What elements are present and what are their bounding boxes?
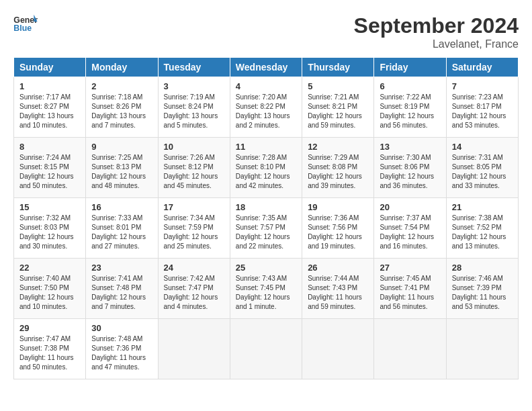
calendar-cell: 14Sunrise: 7:31 AMSunset: 8:05 PMDayligh…	[446, 138, 518, 198]
calendar-week-row: 15Sunrise: 7:32 AMSunset: 8:03 PMDayligh…	[14, 198, 519, 259]
calendar-table: SundayMondayTuesdayWednesdayThursdayFrid…	[13, 57, 519, 379]
col-header-sunday: Sunday	[14, 58, 86, 77]
cell-content: Sunrise: 7:48 AMSunset: 7:36 PMDaylight:…	[91, 334, 152, 372]
cell-content: Sunrise: 7:23 AMSunset: 8:17 PMDaylight:…	[452, 93, 513, 130]
calendar-cell: 1Sunrise: 7:17 AMSunset: 8:27 PMDaylight…	[14, 77, 86, 138]
day-number: 13	[380, 142, 440, 152]
calendar-cell: 24Sunrise: 7:42 AMSunset: 7:47 PMDayligh…	[158, 259, 230, 319]
col-header-friday: Friday	[374, 58, 446, 77]
calendar-week-row: 8Sunrise: 7:24 AMSunset: 8:15 PMDaylight…	[14, 138, 519, 198]
day-number: 17	[164, 202, 224, 212]
calendar-cell: 12Sunrise: 7:29 AMSunset: 8:08 PMDayligh…	[302, 138, 374, 198]
col-header-wednesday: Wednesday	[230, 58, 302, 77]
calendar-cell: 4Sunrise: 7:20 AMSunset: 8:22 PMDaylight…	[230, 77, 302, 138]
calendar-cell: 6Sunrise: 7:22 AMSunset: 8:19 PMDaylight…	[374, 77, 446, 138]
calendar-cell: 23Sunrise: 7:41 AMSunset: 7:48 PMDayligh…	[86, 259, 158, 319]
col-header-thursday: Thursday	[302, 58, 374, 77]
cell-content: Sunrise: 7:33 AMSunset: 8:01 PMDaylight:…	[91, 214, 152, 251]
calendar-cell: 17Sunrise: 7:34 AMSunset: 7:59 PMDayligh…	[158, 198, 230, 259]
day-number: 11	[236, 142, 296, 152]
calendar-cell: 19Sunrise: 7:36 AMSunset: 7:56 PMDayligh…	[302, 198, 374, 259]
cell-content: Sunrise: 7:19 AMSunset: 8:24 PMDaylight:…	[164, 93, 224, 130]
cell-content: Sunrise: 7:20 AMSunset: 8:22 PMDaylight:…	[236, 93, 296, 130]
day-number: 25	[236, 263, 296, 273]
day-number: 2	[91, 81, 152, 91]
calendar-cell: 8Sunrise: 7:24 AMSunset: 8:15 PMDaylight…	[14, 138, 86, 198]
day-number: 3	[164, 81, 224, 91]
svg-text:Blue: Blue	[13, 24, 32, 33]
calendar-header-row: SundayMondayTuesdayWednesdayThursdayFrid…	[14, 58, 519, 77]
day-number: 9	[91, 142, 152, 152]
calendar-cell: 27Sunrise: 7:45 AMSunset: 7:41 PMDayligh…	[374, 259, 446, 319]
calendar-cell: 13Sunrise: 7:30 AMSunset: 8:06 PMDayligh…	[374, 138, 446, 198]
calendar-week-row: 29Sunrise: 7:47 AMSunset: 7:38 PMDayligh…	[14, 319, 519, 379]
day-number: 27	[380, 263, 440, 273]
calendar-cell	[374, 319, 446, 379]
cell-content: Sunrise: 7:25 AMSunset: 8:13 PMDaylight:…	[91, 153, 152, 191]
month-title: September 2024	[354, 13, 519, 38]
cell-content: Sunrise: 7:32 AMSunset: 8:03 PMDaylight:…	[19, 214, 80, 251]
calendar-cell: 22Sunrise: 7:40 AMSunset: 7:50 PMDayligh…	[14, 259, 86, 319]
calendar-cell: 28Sunrise: 7:46 AMSunset: 7:39 PMDayligh…	[446, 259, 518, 319]
calendar-cell: 25Sunrise: 7:43 AMSunset: 7:45 PMDayligh…	[230, 259, 302, 319]
cell-content: Sunrise: 7:17 AMSunset: 8:27 PMDaylight:…	[19, 93, 80, 130]
cell-content: Sunrise: 7:30 AMSunset: 8:06 PMDaylight:…	[380, 153, 440, 191]
calendar-cell: 3Sunrise: 7:19 AMSunset: 8:24 PMDaylight…	[158, 77, 230, 138]
day-number: 15	[19, 202, 80, 212]
day-number: 30	[91, 323, 152, 333]
day-number: 22	[19, 263, 80, 273]
calendar-cell	[158, 319, 230, 379]
calendar-cell: 29Sunrise: 7:47 AMSunset: 7:38 PMDayligh…	[14, 319, 86, 379]
calendar-cell	[230, 319, 302, 379]
calendar-cell: 7Sunrise: 7:23 AMSunset: 8:17 PMDaylight…	[446, 77, 518, 138]
cell-content: Sunrise: 7:36 AMSunset: 7:56 PMDaylight:…	[308, 214, 368, 251]
calendar-cell: 20Sunrise: 7:37 AMSunset: 7:54 PMDayligh…	[374, 198, 446, 259]
cell-content: Sunrise: 7:26 AMSunset: 8:12 PMDaylight:…	[164, 153, 224, 191]
cell-content: Sunrise: 7:29 AMSunset: 8:08 PMDaylight:…	[308, 153, 368, 191]
calendar-cell: 26Sunrise: 7:44 AMSunset: 7:43 PMDayligh…	[302, 259, 374, 319]
day-number: 5	[308, 81, 368, 91]
col-header-monday: Monday	[86, 58, 158, 77]
day-number: 8	[19, 142, 80, 152]
calendar-cell: 5Sunrise: 7:21 AMSunset: 8:21 PMDaylight…	[302, 77, 374, 138]
day-number: 21	[452, 202, 513, 212]
cell-content: Sunrise: 7:38 AMSunset: 7:52 PMDaylight:…	[452, 214, 513, 251]
cell-content: Sunrise: 7:44 AMSunset: 7:43 PMDaylight:…	[308, 274, 368, 312]
cell-content: Sunrise: 7:31 AMSunset: 8:05 PMDaylight:…	[452, 153, 513, 191]
day-number: 12	[308, 142, 368, 152]
calendar-cell: 18Sunrise: 7:35 AMSunset: 7:57 PMDayligh…	[230, 198, 302, 259]
cell-content: Sunrise: 7:43 AMSunset: 7:45 PMDaylight:…	[236, 274, 296, 312]
col-header-tuesday: Tuesday	[158, 58, 230, 77]
day-number: 20	[380, 202, 440, 212]
day-number: 6	[380, 81, 440, 91]
calendar-cell: 11Sunrise: 7:28 AMSunset: 8:10 PMDayligh…	[230, 138, 302, 198]
cell-content: Sunrise: 7:21 AMSunset: 8:21 PMDaylight:…	[308, 93, 368, 130]
cell-content: Sunrise: 7:18 AMSunset: 8:26 PMDaylight:…	[91, 93, 152, 130]
cell-content: Sunrise: 7:37 AMSunset: 7:54 PMDaylight:…	[380, 214, 440, 251]
cell-content: Sunrise: 7:45 AMSunset: 7:41 PMDaylight:…	[380, 274, 440, 312]
day-number: 23	[91, 263, 152, 273]
cell-content: Sunrise: 7:41 AMSunset: 7:48 PMDaylight:…	[91, 274, 152, 312]
calendar-cell: 10Sunrise: 7:26 AMSunset: 8:12 PMDayligh…	[158, 138, 230, 198]
day-number: 4	[236, 81, 296, 91]
logo: General Blue	[13, 13, 38, 34]
cell-content: Sunrise: 7:22 AMSunset: 8:19 PMDaylight:…	[380, 93, 440, 130]
calendar-cell	[302, 319, 374, 379]
cell-content: Sunrise: 7:46 AMSunset: 7:39 PMDaylight:…	[452, 274, 513, 312]
day-number: 18	[236, 202, 296, 212]
calendar-cell: 9Sunrise: 7:25 AMSunset: 8:13 PMDaylight…	[86, 138, 158, 198]
title-area: September 2024 Lavelanet, France	[354, 13, 519, 50]
day-number: 14	[452, 142, 513, 152]
cell-content: Sunrise: 7:40 AMSunset: 7:50 PMDaylight:…	[19, 274, 80, 312]
cell-content: Sunrise: 7:47 AMSunset: 7:38 PMDaylight:…	[19, 334, 80, 372]
calendar-week-row: 22Sunrise: 7:40 AMSunset: 7:50 PMDayligh…	[14, 259, 519, 319]
calendar-cell: 15Sunrise: 7:32 AMSunset: 8:03 PMDayligh…	[14, 198, 86, 259]
calendar-body: 1Sunrise: 7:17 AMSunset: 8:27 PMDaylight…	[14, 77, 519, 379]
day-number: 26	[308, 263, 368, 273]
day-number: 10	[164, 142, 224, 152]
day-number: 16	[91, 202, 152, 212]
location-title: Lavelanet, France	[354, 38, 519, 50]
calendar-cell	[446, 319, 518, 379]
calendar-cell: 30Sunrise: 7:48 AMSunset: 7:36 PMDayligh…	[86, 319, 158, 379]
page-header: General Blue September 2024 Lavelanet, F…	[13, 13, 519, 50]
